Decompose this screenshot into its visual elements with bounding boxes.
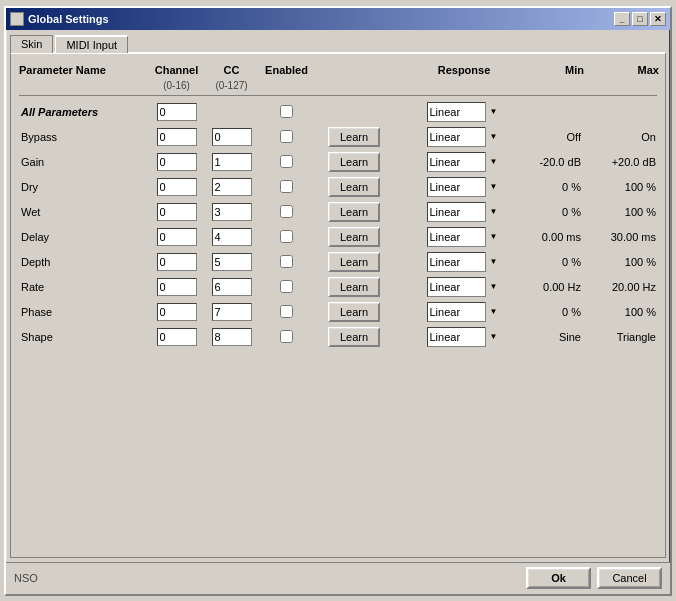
response-dropdown-4[interactable]: LinearLogExp bbox=[427, 227, 502, 247]
response-dropdown-wrapper-8: LinearLogExp ▼ bbox=[427, 327, 502, 347]
param-name-7: Phase bbox=[19, 306, 149, 318]
cc-input-0[interactable] bbox=[212, 128, 252, 146]
min-value-6: 0.00 Hz bbox=[514, 281, 589, 293]
channel-input-2[interactable] bbox=[157, 178, 197, 196]
sub-cc-range: (0-127) bbox=[204, 80, 259, 91]
all-params-enabled-checkbox[interactable] bbox=[280, 105, 293, 118]
max-value-1: +20.0 dB bbox=[589, 156, 664, 168]
response-dropdown-6[interactable]: LinearLogExp bbox=[427, 277, 502, 297]
header-enabled: Enabled bbox=[259, 64, 314, 76]
response-dropdown-wrapper-0: LinearLogExp ▼ bbox=[427, 127, 502, 147]
max-value-4: 30.00 ms bbox=[589, 231, 664, 243]
learn-button-8[interactable]: Learn bbox=[328, 327, 380, 347]
cc-input-4[interactable] bbox=[212, 228, 252, 246]
min-value-3: 0 % bbox=[514, 206, 589, 218]
all-params-response-dropdown[interactable]: LinearLogExp bbox=[427, 102, 502, 122]
response-dropdown-wrapper-2: LinearLogExp ▼ bbox=[427, 177, 502, 197]
enabled-checkbox-8[interactable] bbox=[280, 330, 293, 343]
channel-input-7[interactable] bbox=[157, 303, 197, 321]
window-icon bbox=[10, 12, 24, 26]
bottom-bar: NSO Ok Cancel bbox=[6, 562, 670, 594]
max-value-3: 100 % bbox=[589, 206, 664, 218]
window-title: Global Settings bbox=[28, 13, 109, 25]
all-params-label: All Parameters bbox=[19, 106, 149, 118]
header-channel: Channel bbox=[149, 64, 204, 76]
response-dropdown-5[interactable]: LinearLogExp bbox=[427, 252, 502, 272]
response-dropdown-wrapper-6: LinearLogExp ▼ bbox=[427, 277, 502, 297]
max-value-6: 20.00 Hz bbox=[589, 281, 664, 293]
ok-button[interactable]: Ok bbox=[526, 567, 591, 589]
table-row: Shape Learn LinearLogExp ▼ bbox=[19, 325, 657, 349]
enabled-checkbox-7[interactable] bbox=[280, 305, 293, 318]
param-rows-container: Bypass Learn LinearLogExp ▼ bbox=[19, 125, 657, 349]
cc-input-1[interactable] bbox=[212, 153, 252, 171]
response-dropdown-wrapper-5: LinearLogExp ▼ bbox=[427, 252, 502, 272]
param-name-5: Depth bbox=[19, 256, 149, 268]
header-min: Min bbox=[514, 64, 589, 76]
header-separator bbox=[19, 95, 657, 96]
sub-header: (0-16) (0-127) bbox=[19, 80, 657, 91]
enabled-checkbox-2[interactable] bbox=[280, 180, 293, 193]
minimize-button[interactable]: _ bbox=[614, 12, 630, 26]
table-row: Wet Learn LinearLogExp ▼ 0 bbox=[19, 200, 657, 224]
tab-skin[interactable]: Skin bbox=[10, 35, 53, 53]
response-dropdown-7[interactable]: LinearLogExp bbox=[427, 302, 502, 322]
bottom-buttons: Ok Cancel bbox=[526, 567, 662, 589]
global-settings-window: Global Settings _ □ ✕ Skin MIDI Input Pa… bbox=[4, 6, 672, 596]
cc-input-8[interactable] bbox=[212, 328, 252, 346]
channel-input-3[interactable] bbox=[157, 203, 197, 221]
param-name-6: Rate bbox=[19, 281, 149, 293]
min-value-5: 0 % bbox=[514, 256, 589, 268]
response-dropdown-1[interactable]: LinearLogExp bbox=[427, 152, 502, 172]
learn-button-0[interactable]: Learn bbox=[328, 127, 380, 147]
enabled-checkbox-6[interactable] bbox=[280, 280, 293, 293]
response-dropdown-wrapper-3: LinearLogExp ▼ bbox=[427, 202, 502, 222]
title-bar: Global Settings _ □ ✕ bbox=[6, 8, 670, 30]
channel-input-4[interactable] bbox=[157, 228, 197, 246]
cc-input-6[interactable] bbox=[212, 278, 252, 296]
title-bar-buttons: _ □ ✕ bbox=[614, 12, 666, 26]
learn-button-3[interactable]: Learn bbox=[328, 202, 380, 222]
response-dropdown-0[interactable]: LinearLogExp bbox=[427, 127, 502, 147]
cc-input-7[interactable] bbox=[212, 303, 252, 321]
table-row: Phase Learn LinearLogExp ▼ bbox=[19, 300, 657, 324]
tab-midi-input[interactable]: MIDI Input bbox=[55, 35, 128, 53]
channel-input-5[interactable] bbox=[157, 253, 197, 271]
cancel-button[interactable]: Cancel bbox=[597, 567, 662, 589]
response-dropdown-2[interactable]: LinearLogExp bbox=[427, 177, 502, 197]
table-row: Rate Learn LinearLogExp ▼ 0 bbox=[19, 275, 657, 299]
param-name-8: Shape bbox=[19, 331, 149, 343]
enabled-checkbox-4[interactable] bbox=[280, 230, 293, 243]
response-dropdown-8[interactable]: LinearLogExp bbox=[427, 327, 502, 347]
enabled-checkbox-5[interactable] bbox=[280, 255, 293, 268]
learn-button-1[interactable]: Learn bbox=[328, 152, 380, 172]
all-params-channel-input[interactable] bbox=[157, 103, 197, 121]
table-header: Parameter Name Channel CC Enabled Respon… bbox=[19, 62, 657, 78]
cc-input-5[interactable] bbox=[212, 253, 252, 271]
learn-button-7[interactable]: Learn bbox=[328, 302, 380, 322]
channel-input-8[interactable] bbox=[157, 328, 197, 346]
sub-channel-range: (0-16) bbox=[149, 80, 204, 91]
learn-button-5[interactable]: Learn bbox=[328, 252, 380, 272]
enabled-checkbox-0[interactable] bbox=[280, 130, 293, 143]
enabled-checkbox-1[interactable] bbox=[280, 155, 293, 168]
min-value-4: 0.00 ms bbox=[514, 231, 589, 243]
header-learn-spacer bbox=[314, 64, 394, 76]
learn-button-2[interactable]: Learn bbox=[328, 177, 380, 197]
table-row: Gain Learn LinearLogExp ▼ - bbox=[19, 150, 657, 174]
enabled-checkbox-3[interactable] bbox=[280, 205, 293, 218]
min-value-2: 0 % bbox=[514, 181, 589, 193]
channel-input-6[interactable] bbox=[157, 278, 197, 296]
learn-button-4[interactable]: Learn bbox=[328, 227, 380, 247]
channel-input-0[interactable] bbox=[157, 128, 197, 146]
response-dropdown-3[interactable]: LinearLogExp bbox=[427, 202, 502, 222]
maximize-button[interactable]: □ bbox=[632, 12, 648, 26]
cc-input-2[interactable] bbox=[212, 178, 252, 196]
min-value-1: -20.0 dB bbox=[514, 156, 589, 168]
header-param-name: Parameter Name bbox=[19, 64, 149, 76]
param-name-4: Delay bbox=[19, 231, 149, 243]
close-button[interactable]: ✕ bbox=[650, 12, 666, 26]
channel-input-1[interactable] bbox=[157, 153, 197, 171]
cc-input-3[interactable] bbox=[212, 203, 252, 221]
learn-button-6[interactable]: Learn bbox=[328, 277, 380, 297]
